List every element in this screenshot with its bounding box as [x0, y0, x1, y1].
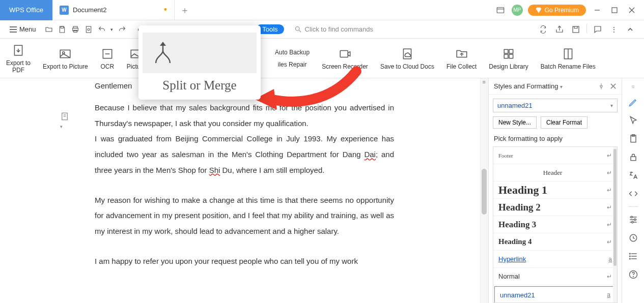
- svg-point-14: [88, 28, 90, 31]
- batch-rename-button[interactable]: Batch Rename Files: [541, 47, 596, 70]
- menubar: Menu ▾ ences Review View Section Tools C…: [0, 20, 644, 39]
- ocr-button[interactable]: OCR: [100, 47, 115, 70]
- collapse-ribbon-icon[interactable]: [625, 24, 636, 35]
- style-unnamed21[interactable]: unnamed21a: [494, 286, 616, 303]
- style-heading-3[interactable]: Heading 3↵: [493, 216, 617, 233]
- doc-paragraph-2: I was graduated from Beijing Commercial …: [95, 131, 394, 178]
- auto-backup-button[interactable]: Auto Backup iles Repair: [275, 49, 310, 68]
- style-selector[interactable]: unnamed21 ▾: [493, 99, 618, 112]
- settings-sliders-icon[interactable]: [628, 214, 639, 225]
- pin-icon[interactable]: [598, 83, 605, 90]
- history-icon[interactable]: [628, 232, 639, 244]
- doc-paragraph-4: I am happy to refer you upon your reques…: [95, 254, 394, 269]
- svg-point-45: [631, 221, 633, 223]
- command-search[interactable]: Click to find commands: [294, 25, 373, 33]
- undo-dropdown-icon[interactable]: ▾: [109, 24, 115, 35]
- minimize-button[interactable]: [591, 4, 603, 16]
- new-style-button[interactable]: New Style...: [493, 116, 537, 129]
- list-icon[interactable]: [628, 251, 639, 262]
- style-heading-2[interactable]: Heading 2↵: [493, 199, 617, 216]
- rail-separator: [628, 206, 638, 207]
- lock-icon[interactable]: [628, 152, 639, 163]
- split-merge-tooltip: Split or Merge: [138, 25, 261, 100]
- design-library-button[interactable]: Design Library: [489, 47, 528, 70]
- pdf-icon: [11, 43, 25, 57]
- document-icon: W: [60, 6, 69, 15]
- style-list: Footer↵ Header↵ Heading 1↵ Heading 2↵ He…: [493, 146, 618, 303]
- export-to-picture-button[interactable]: Export to Picture: [43, 47, 88, 70]
- go-premium-button[interactable]: Go Premium: [528, 5, 586, 16]
- menu-label: Menu: [19, 25, 36, 33]
- svg-rect-25: [504, 49, 508, 53]
- screen-recorder-button[interactable]: Screen Recorder: [322, 47, 368, 70]
- doc-paragraph-1: Because I believe that my sales backgrou…: [95, 100, 394, 132]
- svg-rect-9: [61, 26, 63, 28]
- svg-rect-27: [504, 54, 508, 58]
- style-heading-4[interactable]: Heading 4↵: [493, 233, 617, 251]
- svg-rect-39: [631, 157, 636, 161]
- clear-format-button[interactable]: Clear Format: [541, 116, 587, 129]
- document-area[interactable]: ▾ Gentlemen Because I believe that my sa…: [0, 78, 480, 303]
- split-merge-icon: [149, 39, 177, 67]
- file-collect-button[interactable]: File Collect: [446, 47, 477, 70]
- style-heading-1[interactable]: Heading 1↵: [493, 181, 617, 199]
- redo-icon[interactable]: [117, 24, 128, 35]
- style-footer[interactable]: Footer↵: [493, 147, 617, 164]
- modified-indicator: •: [164, 5, 167, 15]
- export-to-pdf-button[interactable]: Export to PDF: [6, 43, 31, 74]
- svg-point-43: [631, 216, 632, 218]
- clipboard-icon[interactable]: [628, 133, 639, 144]
- undo-icon[interactable]: [96, 24, 107, 35]
- app-tab[interactable]: WPS Office: [0, 0, 52, 20]
- code-icon[interactable]: [628, 188, 639, 199]
- chevron-down-icon: ▾: [610, 103, 613, 108]
- workspace-icon[interactable]: [494, 4, 507, 16]
- rename-icon: [561, 47, 575, 61]
- sync-icon[interactable]: [538, 24, 549, 35]
- svg-point-54: [633, 277, 633, 277]
- more-icon[interactable]: ⋮: [608, 24, 620, 35]
- ribbon: Export to PDF Export to Picture OCR Pict…: [0, 39, 644, 78]
- separator: [586, 24, 587, 33]
- collect-icon: [455, 47, 469, 61]
- style-hyperlink[interactable]: Hyperlinka: [493, 251, 617, 268]
- svg-line-16: [299, 30, 301, 32]
- style-list-scrollbar[interactable]: [613, 147, 617, 302]
- svg-rect-17: [573, 26, 579, 33]
- search-icon: [294, 25, 302, 33]
- rail-handle-icon[interactable]: ≡: [631, 83, 634, 89]
- save-icon[interactable]: [57, 24, 68, 35]
- cursor-icon[interactable]: [628, 115, 639, 126]
- vertical-scrollbar[interactable]: ≡: [480, 78, 488, 303]
- diamond-icon: [535, 7, 542, 14]
- new-tab-button[interactable]: ＋: [175, 0, 195, 20]
- print-preview-icon[interactable]: [83, 24, 94, 35]
- close-button[interactable]: [626, 4, 638, 16]
- save-cloud-button[interactable]: Save to Cloud Docs: [380, 47, 434, 70]
- style-normal[interactable]: Normal↵: [493, 268, 617, 285]
- close-panel-icon[interactable]: [610, 83, 617, 90]
- comment-icon[interactable]: [592, 24, 603, 35]
- maximize-button[interactable]: [608, 4, 621, 16]
- ocr-icon: [100, 47, 115, 61]
- style-header[interactable]: Header↵: [493, 164, 617, 181]
- ocr-label: OCR: [100, 63, 114, 70]
- share-icon[interactable]: [554, 24, 565, 35]
- svg-point-15: [295, 27, 299, 31]
- document-tab[interactable]: W Document2 •: [52, 0, 175, 20]
- menu-button[interactable]: Menu: [4, 23, 41, 35]
- save-as-icon[interactable]: [570, 24, 581, 35]
- help-icon[interactable]: [628, 269, 639, 280]
- avatar[interactable]: MP: [512, 5, 523, 16]
- print-icon[interactable]: [70, 24, 81, 35]
- style-list-scroll-thumb[interactable]: [613, 149, 617, 266]
- export-to-pdf-label: Export to PDF: [6, 59, 31, 74]
- style-selector-value: unnamed21: [497, 102, 533, 109]
- svg-point-52: [629, 258, 630, 259]
- svg-rect-3: [612, 8, 617, 13]
- pencil-icon[interactable]: [628, 97, 639, 108]
- translate-icon[interactable]: [628, 170, 639, 181]
- scroll-thumb[interactable]: [482, 169, 487, 215]
- recorder-icon: [338, 47, 352, 61]
- open-icon[interactable]: [43, 24, 54, 35]
